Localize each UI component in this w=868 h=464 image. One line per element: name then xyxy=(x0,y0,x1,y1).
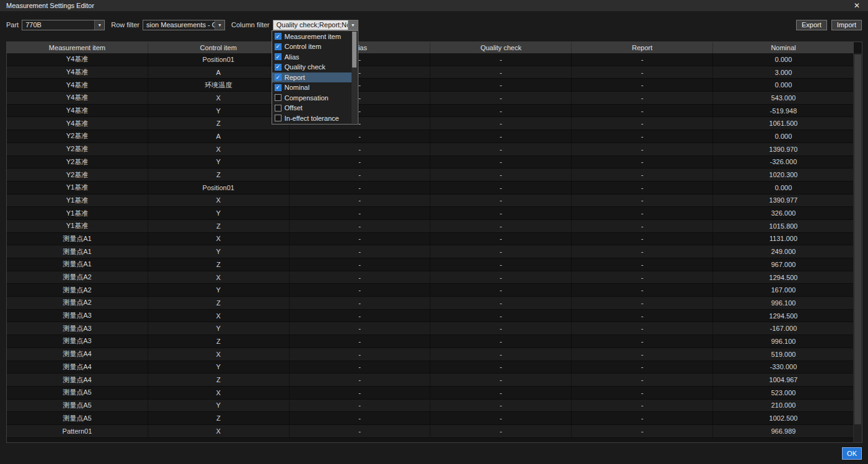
table-row[interactable]: Y4基准A---3.000 xyxy=(7,66,854,79)
column-filter-option[interactable]: ✓Report xyxy=(272,72,352,83)
table-cell: 523.000 xyxy=(713,387,854,399)
table-row[interactable]: 测量点A1X---1131.000 xyxy=(7,233,854,246)
row-filter-dropdown[interactable]: sion Measurements - General ▼ xyxy=(143,20,225,30)
table-row[interactable]: Y1基准Position01---0.000 xyxy=(7,182,854,195)
column-header[interactable]: Measurement item xyxy=(7,42,148,53)
close-icon[interactable]: ✕ xyxy=(852,1,862,10)
table-cell: - xyxy=(290,258,431,271)
table-row[interactable]: Y4基准Position01---0.000 xyxy=(7,53,854,66)
checkbox-checked-icon[interactable]: ✓ xyxy=(275,33,281,40)
import-button[interactable]: Import xyxy=(831,20,862,30)
table-row[interactable]: Y4基准Z---1061.500 xyxy=(7,117,854,130)
table-cell: - xyxy=(290,182,431,194)
part-dropdown[interactable]: 770B ▼ xyxy=(22,20,105,30)
table-row[interactable]: 测量点A3Y----167.000 xyxy=(7,322,854,335)
table-cell: Z xyxy=(148,258,290,271)
column-filter-option[interactable]: In-effect tolerance xyxy=(272,113,352,124)
table-row[interactable]: Y4基准Y----519.948 xyxy=(7,105,854,118)
checkbox-checked-icon[interactable]: ✓ xyxy=(275,74,281,81)
row-filter-label: Row filter xyxy=(111,21,140,28)
table-cell: Z xyxy=(148,220,290,232)
checkbox-checked-icon[interactable]: ✓ xyxy=(275,53,281,60)
table-cell: - xyxy=(572,361,713,374)
table-cell: - xyxy=(290,271,431,284)
window-title: Measurement Settings Editor xyxy=(6,2,94,9)
table-row[interactable]: 测量点A5X---523.000 xyxy=(7,387,854,400)
table-row[interactable]: 测量点A3X---1294.500 xyxy=(7,310,854,323)
table-row[interactable]: Y2基准X---1390.970 xyxy=(7,143,854,156)
column-filter-dropdown[interactable]: Quality check;Report;Nominal ▼ xyxy=(273,20,358,30)
table-row[interactable]: Y1基准Y---326.000 xyxy=(7,207,854,220)
table-row[interactable]: Y2基准Y----326.000 xyxy=(7,156,854,169)
table-cell: - xyxy=(572,207,713,219)
table-row[interactable]: Y1基准Z---1015.800 xyxy=(7,220,854,233)
column-header[interactable]: Quality check xyxy=(430,42,572,53)
option-label: Alias xyxy=(285,53,299,61)
dropdown-scrollbar[interactable] xyxy=(352,32,357,124)
dropdown-scrollbar-thumb[interactable] xyxy=(352,32,356,68)
table-row[interactable]: 测量点A1Z---967.000 xyxy=(7,258,854,271)
table-row[interactable]: Pattern01X---966.989 xyxy=(7,425,854,438)
chevron-down-icon: ▼ xyxy=(94,20,104,30)
checkbox-checked-icon[interactable]: ✓ xyxy=(275,43,281,50)
column-filter-option[interactable]: ✓Measurement item xyxy=(272,32,352,42)
table-scrollbar-thumb[interactable] xyxy=(854,55,861,424)
table-cell: - xyxy=(290,169,431,181)
export-button[interactable]: Export xyxy=(796,20,827,30)
table-cell: Y2基准 xyxy=(7,156,148,169)
table-cell: 测量点A2 xyxy=(7,284,148,296)
column-filter-option[interactable]: Compensation xyxy=(272,93,352,103)
table-cell: - xyxy=(572,387,713,399)
table-cell: Y4基准 xyxy=(7,92,148,104)
ok-button[interactable]: OK xyxy=(842,447,862,460)
table-row[interactable]: Y2基准Z---1020.300 xyxy=(7,169,854,182)
table-cell: - xyxy=(572,143,713,155)
table-cell: 测量点A4 xyxy=(7,374,148,386)
table-row[interactable]: 测量点A3Z---996.100 xyxy=(7,335,854,348)
table-row[interactable]: 测量点A2X---1294.500 xyxy=(7,271,854,284)
column-filter-option[interactable]: ✓Alias xyxy=(272,52,352,63)
column-header[interactable]: Control item xyxy=(148,42,290,53)
table-cell: - xyxy=(430,92,572,104)
table-row[interactable]: 测量点A4X---519.000 xyxy=(7,348,854,361)
table-row[interactable]: 测量点A2Y---167.000 xyxy=(7,284,854,297)
column-filter-option[interactable]: ✓Quality check xyxy=(272,62,352,72)
table-cell: - xyxy=(572,156,713,169)
table-cell: 测量点A5 xyxy=(7,400,148,412)
table-cell: - xyxy=(430,412,572,424)
table-row[interactable]: 测量点A4Z---1004.967 xyxy=(7,374,854,387)
table-cell: Pattern01 xyxy=(7,425,148,437)
table-row[interactable]: Y4基准环境温度---0.000 xyxy=(7,79,854,92)
column-filter-option[interactable]: ✓Control item xyxy=(272,42,352,52)
table-row[interactable]: 测量点A2Z---996.100 xyxy=(7,297,854,310)
part-label: Part xyxy=(6,21,19,28)
checkbox-unchecked-icon[interactable] xyxy=(275,105,281,112)
column-filter-option[interactable]: Offset xyxy=(272,103,352,113)
checkbox-checked-icon[interactable]: ✓ xyxy=(275,64,281,71)
table-cell: X xyxy=(148,143,290,155)
table-cell: 测量点A1 xyxy=(7,258,148,271)
chevron-down-icon: ▼ xyxy=(348,20,358,30)
checkbox-checked-icon[interactable]: ✓ xyxy=(275,84,281,91)
table-row[interactable]: Y4基准X---543.000 xyxy=(7,92,854,105)
table-cell: - xyxy=(430,130,572,142)
checkbox-unchecked-icon[interactable] xyxy=(275,115,281,121)
table-row[interactable]: 测量点A4Y----330.000 xyxy=(7,361,854,374)
table-cell: - xyxy=(430,105,572,117)
column-header[interactable]: Report xyxy=(572,42,713,53)
table-row[interactable]: Y2基准A---0.000 xyxy=(7,130,854,143)
table-scrollbar[interactable] xyxy=(853,53,862,442)
table-cell: 1294.500 xyxy=(713,310,854,322)
table-row[interactable]: 测量点A5Z---1002.500 xyxy=(7,412,854,425)
measurement-settings-editor-window: Measurement Settings Editor ✕ Part 770B … xyxy=(0,0,868,464)
table-row[interactable]: Y1基准X---1390.977 xyxy=(7,195,854,208)
table-cell: - xyxy=(430,182,572,194)
table-row[interactable]: 测量点A5Y---210.000 xyxy=(7,400,854,413)
column-filter-option[interactable]: ✓Nominal xyxy=(272,82,352,93)
table-cell: Z xyxy=(148,335,290,348)
column-header[interactable]: Nominal xyxy=(713,42,854,53)
table-cell: - xyxy=(430,335,572,348)
table-row[interactable]: 测量点A1Y---249.000 xyxy=(7,245,854,258)
table-cell: 249.000 xyxy=(713,245,854,258)
checkbox-unchecked-icon[interactable] xyxy=(275,94,281,101)
